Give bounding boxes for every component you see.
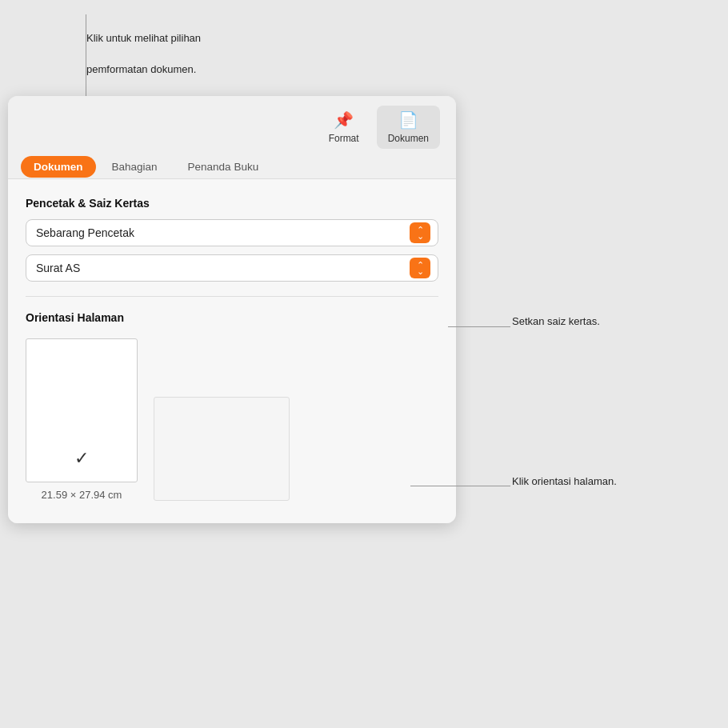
- portrait-checkmark: ✓: [74, 448, 89, 469]
- landscape-page: [154, 397, 290, 501]
- tab-dokumen[interactable]: Dokumen: [21, 156, 96, 178]
- tooltip-line-kertas: [448, 326, 510, 327]
- tooltip-orientasi-text: Klik orientasi halaman.: [512, 475, 617, 487]
- landscape-option[interactable]: [154, 397, 290, 501]
- orientation-section-title: Orientasi Halaman: [26, 311, 438, 324]
- page-dimensions: 21.59 × 27.94 cm: [42, 489, 122, 501]
- dokumen-button[interactable]: 📄 Dokumen: [377, 106, 440, 149]
- portrait-page: ✓: [26, 338, 138, 482]
- printer-section-title: Pencetak & Saiz Kertas: [26, 197, 438, 210]
- dokumen-icon: 📄: [398, 110, 418, 130]
- tab-penanda-buku[interactable]: Penanda Buku: [174, 155, 274, 178]
- tooltip-line-orientasi: [410, 486, 510, 486]
- section-divider: [26, 296, 438, 297]
- tab-bahagian[interactable]: Bahagian: [98, 155, 172, 178]
- portrait-option[interactable]: ✓ 21.59 × 27.94 cm: [26, 338, 138, 501]
- format-button[interactable]: 📌 Format: [318, 106, 370, 149]
- printer-select[interactable]: Sebarang Pencetak: [26, 219, 438, 246]
- main-panel: 📌 Format 📄 Dokumen Dokumen Bahagian Pena…: [8, 96, 456, 523]
- tab-bar: Dokumen Bahagian Penanda Buku: [8, 155, 456, 178]
- paper-select-row: Surat AS: [26, 254, 438, 282]
- paper-select[interactable]: Surat AS: [26, 254, 438, 282]
- orientation-options: ✓ 21.59 × 27.94 cm: [26, 338, 438, 501]
- toolbar: 📌 Format 📄 Dokumen: [8, 96, 456, 155]
- tooltip-top-text: Klik untuk melihat pilihan pemformatan d…: [86, 14, 201, 77]
- dokumen-label: Dokumen: [388, 133, 429, 144]
- format-icon: 📌: [334, 110, 354, 130]
- tooltip-kertas-text: Setkan saiz kertas.: [512, 315, 600, 327]
- orientation-section: Orientasi Halaman ✓ 21.59 × 27.94 cm: [26, 311, 438, 501]
- printer-select-row: Sebarang Pencetak: [26, 219, 438, 246]
- content-area: Pencetak & Saiz Kertas Sebarang Pencetak…: [8, 178, 456, 523]
- format-label: Format: [329, 133, 359, 144]
